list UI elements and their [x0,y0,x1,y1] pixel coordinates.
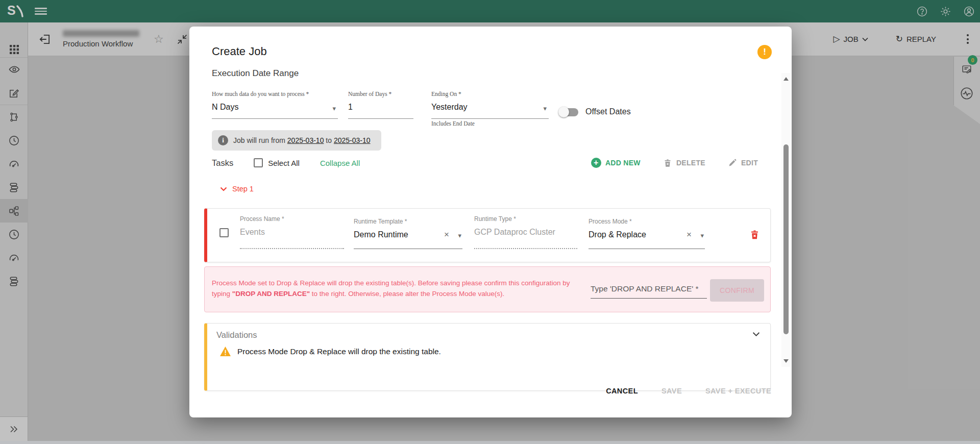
runtime-type-input: GCP Dataproc Cluster [474,226,577,249]
clear-icon[interactable]: × [444,230,449,240]
add-new-button[interactable]: + ADD NEW [591,158,641,168]
modal-footer: CANCEL SAVE SAVE + EXECUTE [606,387,771,395]
how-much-data-select[interactable]: N Days ▾ [212,102,338,119]
info-icon: i [218,135,228,145]
select-all-label: Select All [268,159,300,167]
offset-dates-label: Offset Dates [585,107,631,116]
field-runtime-template: Runtime Template * Demo Runtime × ▾ [354,218,462,249]
validation-warning-text: Process Mode Drop & Replace will drop th… [237,347,441,356]
validations-title: Validations [216,330,257,340]
warning-triangle-icon [219,346,231,357]
step-label: Step 1 [232,185,254,193]
clear-icon[interactable]: × [687,230,692,240]
offset-dates-toggle[interactable] [560,108,578,116]
caret-down-icon: ▾ [543,105,547,112]
collapse-all-link[interactable]: Collapse All [320,159,360,167]
tasks-header-row: Tasks Select All Collapse All + ADD NEW … [212,155,758,170]
warning-badge-icon: ! [757,45,772,59]
number-of-days-input[interactable]: 1 [348,102,413,119]
process-mode-select[interactable]: Drop & Replace × ▾ [589,229,705,249]
field-label: How much data do you want to process * [212,91,338,97]
ending-on-helper: Includes End Date [431,120,475,127]
field-label: Number of Days * [348,91,413,97]
save-button[interactable]: SAVE [662,387,682,395]
drop-replace-warning-box: Process Mode set to Drop & Replace will … [204,266,771,312]
job-run-from-date[interactable]: 2025-03-10 [287,136,324,144]
ending-on-select[interactable]: Yesterday ▾ [431,102,549,119]
modal-title: Create Job [212,45,267,58]
field-process-mode: Process Mode * Drop & Replace × ▾ [589,218,705,249]
plus-circle-icon: + [591,158,601,168]
field-process-name: Process Name * Events [240,215,344,249]
caret-down-icon: ▾ [700,232,704,239]
field-runtime-type: Runtime Type * GCP Dataproc Cluster [474,215,577,249]
drop-replace-confirm-input[interactable] [591,284,707,299]
modal-scrollbar[interactable] [781,73,791,367]
drop-replace-warning-text: Process Mode set to Drop & Replace will … [212,278,575,300]
chevron-down-icon [220,187,227,191]
create-job-modal: Create Job ! Execution Date Range How mu… [189,27,792,417]
field-ending-on: Ending On * Yesterday ▾ [431,91,549,119]
section-title-execution-date-range: Execution Date Range [212,68,299,79]
job-run-info-banner: i Job will run from 2025-03-10 to 2025-0… [212,130,381,151]
field-number-of-days: Number of Days * 1 [348,91,413,119]
trash-icon [663,158,672,168]
select-all-checkbox[interactable] [254,158,263,167]
job-run-info-text: Job will run from 2025-03-10 to 2025-03-… [233,136,371,144]
scrollbar-thumb[interactable] [783,144,789,334]
process-name-input[interactable]: Events [240,226,344,249]
validation-warning-row: Process Mode Drop & Replace will drop th… [219,346,441,357]
edit-button[interactable]: EDIT [728,158,758,167]
pencil-icon [728,158,737,167]
task-checkbox[interactable] [219,228,229,237]
field-how-much-data: How much data do you want to process * N… [212,91,338,119]
job-run-to-date[interactable]: 2025-03-10 [334,136,371,144]
step-1-expander[interactable]: Step 1 [220,185,254,193]
delete-task-icon[interactable] [749,229,760,240]
tasks-title: Tasks [212,158,233,168]
runtime-template-select[interactable]: Demo Runtime × ▾ [354,229,462,249]
caret-down-icon: ▾ [332,105,336,112]
chevron-down-icon[interactable] [752,332,760,337]
save-execute-button[interactable]: SAVE + EXECUTE [705,387,771,395]
app-screen: S [0,0,980,444]
scroll-up-arrow[interactable] [783,77,789,81]
delete-button[interactable]: DELETE [663,158,705,168]
scroll-down-arrow[interactable] [783,359,789,363]
validations-card: Validations Process Mode Drop & Replace … [204,323,771,391]
field-label: Ending On * [431,91,549,97]
cancel-button[interactable]: CANCEL [606,387,638,395]
task-row-card: Process Name * Events Runtime Template *… [204,208,771,262]
toggle-thumb [558,107,569,117]
caret-down-icon: ▾ [458,232,461,239]
confirm-button[interactable]: CONFIRM [710,279,764,302]
